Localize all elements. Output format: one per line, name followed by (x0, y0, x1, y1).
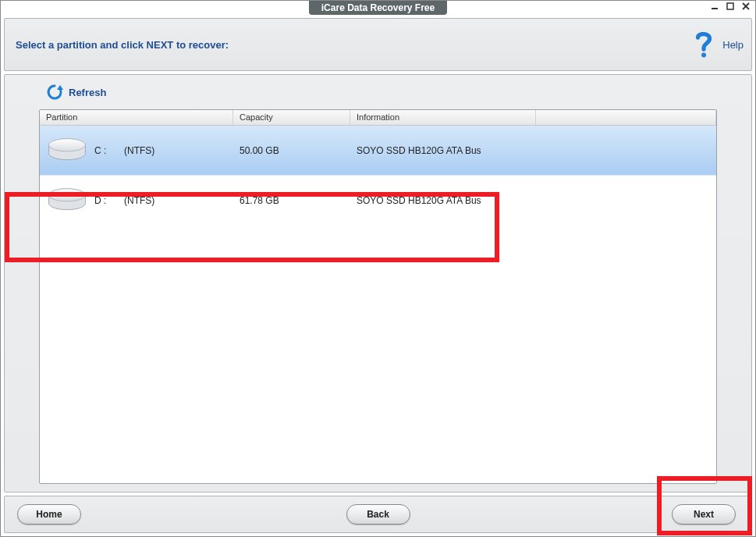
next-button[interactable]: Next (672, 504, 736, 525)
partition-row[interactable]: D : (NTFS)61.78 GBSOYO SSD HB120G ATA Bu… (40, 176, 716, 226)
window-controls (710, 2, 751, 12)
svg-marker-5 (57, 85, 63, 90)
drive-letter: D : (94, 195, 106, 206)
drive-capacity: 50.00 GB (233, 145, 350, 156)
refresh-button[interactable]: Refresh (45, 83, 717, 101)
svg-point-4 (701, 53, 706, 58)
minimize-button[interactable] (710, 2, 719, 12)
svg-point-9 (49, 188, 86, 201)
drive-icon (46, 187, 88, 215)
drive-info: SOYO SSD HB120G ATA Bus (350, 145, 553, 156)
titlebar: iCare Data Recovery Free (1, 1, 755, 15)
table-body: C : (NTFS)50.00 GBSOYO SSD HB120G ATA Bu… (40, 126, 716, 226)
drive-fs: (NTFS) (124, 195, 154, 206)
drive-info: SOYO SSD HB120G ATA Bus (350, 195, 553, 206)
window-title: iCare Data Recovery Free (309, 1, 447, 15)
col-spacer (536, 110, 716, 125)
footer-bar: Home Back Next (4, 496, 752, 533)
table-header: Partition Capacity Information (40, 110, 716, 126)
drive-capacity: 61.78 GB (233, 195, 350, 206)
help-label: Help (722, 39, 744, 51)
col-capacity[interactable]: Capacity (233, 110, 350, 125)
home-button[interactable]: Home (17, 504, 81, 525)
svg-point-7 (49, 138, 86, 151)
refresh-icon (45, 83, 64, 101)
instruction-bar: Select a partition and click NEXT to rec… (4, 18, 752, 71)
partition-table: Partition Capacity Information C : (NTFS… (39, 109, 717, 484)
instruction-text: Select a partition and click NEXT to rec… (16, 39, 229, 51)
col-information[interactable]: Information (350, 110, 536, 125)
partition-row[interactable]: C : (NTFS)50.00 GBSOYO SSD HB120G ATA Bu… (40, 126, 716, 176)
svg-rect-1 (727, 3, 733, 9)
help-icon (691, 32, 716, 57)
maximize-button[interactable] (726, 2, 735, 12)
drive-fs: (NTFS) (124, 145, 154, 156)
help-link[interactable]: Help (691, 19, 744, 70)
drive-letter: C : (94, 145, 106, 156)
col-partition[interactable]: Partition (40, 110, 233, 125)
refresh-label: Refresh (69, 87, 106, 98)
close-button[interactable] (741, 2, 751, 12)
drive-icon (46, 137, 88, 165)
main-panel: Refresh Partition Capacity Information C… (4, 74, 752, 493)
back-button[interactable]: Back (346, 504, 410, 525)
svg-rect-0 (712, 8, 718, 9)
